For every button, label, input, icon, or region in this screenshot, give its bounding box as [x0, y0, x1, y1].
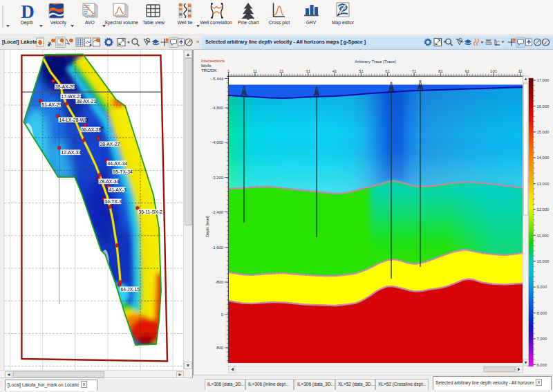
svg-text:-2,400: -2,400: [212, 210, 224, 214]
svg-text:61: 61: [385, 69, 390, 73]
svg-text:9,000: 9,000: [537, 285, 547, 289]
svg-text:36-11-SX-2: 36-11-SX-2: [139, 209, 162, 214]
svg-text:Pine chart: Pine chart: [238, 20, 259, 25]
svg-text:Velocity: Velocity: [50, 20, 67, 26]
svg-text:8,000: 8,000: [537, 311, 547, 315]
svg-text:Intersections: Intersections: [201, 59, 225, 63]
svg-text:D: D: [21, 1, 35, 22]
svg-text:101: 101: [490, 69, 498, 73]
svg-text:Depth [level]: Depth [level]: [205, 216, 209, 237]
svg-text:Table view: Table view: [142, 20, 165, 25]
svg-text:12-AX-33: 12-AX-33: [62, 150, 82, 155]
svg-text:TRC/DX: TRC/DX: [201, 68, 216, 73]
svg-text:44-AX-34: 44-AX-34: [108, 161, 128, 166]
svg-text:AVO: AVO: [85, 20, 95, 25]
svg-text:91: 91: [465, 69, 469, 73]
svg-text:-1,600: -1,600: [212, 245, 224, 250]
svg-text:38-AX-21: 38-AX-21: [77, 99, 97, 104]
svg-text:-5,444: -5,444: [212, 77, 224, 81]
svg-text:-4,000: -4,000: [212, 140, 224, 144]
svg-text:Arbitrary Trace [Trace]: Arbitrary Trace [Trace]: [355, 59, 396, 64]
svg-text:35-AX-20: 35-AX-20: [55, 84, 75, 89]
svg-text:64-JX-15: 64-JX-15: [121, 287, 140, 292]
svg-text:34-TX-3: 34-TX-3: [105, 199, 122, 204]
svg-text:11,000: 11,000: [537, 234, 549, 238]
svg-text:11: 11: [518, 69, 523, 73]
svg-text:13,000: 13,000: [537, 182, 550, 186]
svg-text:31: 31: [306, 69, 310, 73]
svg-text:12,000: 12,000: [537, 207, 550, 212]
svg-text:28: 28: [100, 126, 104, 130]
svg-text:Depth: Depth: [21, 20, 33, 26]
svg-text:Cross plot: Cross plot: [269, 20, 290, 26]
svg-text:28-AX-34: 28-AX-34: [100, 179, 120, 184]
svg-text:10,000: 10,000: [537, 259, 550, 263]
svg-text:Spectral volume: Spectral volume: [104, 20, 138, 26]
svg-text:6,000: 6,000: [537, 363, 547, 367]
svg-text:66-AX-28: 66-AX-28: [82, 127, 102, 132]
svg-text:Map editor: Map editor: [332, 20, 355, 26]
svg-text:14-LX-28-WD: 14-LX-28-WD: [59, 118, 88, 122]
svg-text:Well tie: Well tie: [177, 20, 192, 25]
svg-text:55-TX-34: 55-TX-34: [113, 169, 133, 174]
svg-text:17,000: 17,000: [537, 78, 550, 82]
svg-text:51-AX-29: 51-AX-29: [42, 102, 62, 107]
svg-text:28-AX-27: 28-AX-27: [100, 142, 120, 147]
svg-text:15,000: 15,000: [537, 130, 550, 134]
svg-text:-3,200: -3,200: [212, 176, 224, 180]
svg-text:51: 51: [359, 69, 364, 73]
svg-text:-800: -800: [215, 280, 224, 284]
svg-text:11: 11: [253, 69, 258, 73]
svg-text:17-WX-21: 17-WX-21: [62, 94, 83, 99]
svg-text:7,000: 7,000: [537, 337, 547, 341]
svg-text:41-AX-3: 41-AX-3: [109, 187, 126, 192]
svg-text:Well correlation: Well correlation: [200, 20, 232, 25]
svg-text:21: 21: [279, 69, 284, 73]
svg-text:GRV: GRV: [306, 20, 317, 25]
svg-text:16,000: 16,000: [537, 104, 550, 109]
svg-text:71: 71: [412, 69, 417, 73]
svg-text:-4,800: -4,800: [212, 106, 224, 110]
svg-text:Wells: Wells: [201, 64, 212, 68]
svg-text:41: 41: [332, 69, 337, 73]
svg-text:81: 81: [438, 69, 443, 73]
svg-text:800: 800: [216, 346, 224, 350]
svg-text:14,000: 14,000: [537, 156, 550, 160]
